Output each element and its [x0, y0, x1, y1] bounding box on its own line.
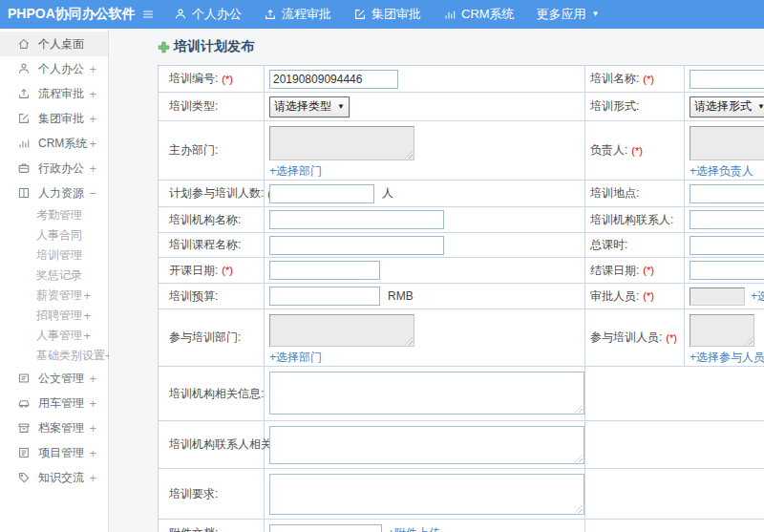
sidebar-item-salary-mgmt[interactable]: 薪资管理+ [0, 286, 108, 306]
join-person-box[interactable] [690, 314, 754, 347]
join-dept-box[interactable] [269, 314, 414, 347]
training-place-input[interactable] [690, 184, 764, 203]
field-cell [685, 258, 764, 283]
expand-plus-icon[interactable]: + [89, 112, 100, 126]
expand-plus-icon[interactable]: + [89, 421, 100, 436]
field-suffix: 人 [382, 185, 393, 202]
nav-item-label: CRM系统 [461, 6, 515, 23]
start-date-input[interactable] [269, 261, 380, 280]
expand-plus-icon[interactable]: + [89, 372, 100, 386]
label-cell: 培训地点: [585, 181, 685, 206]
hamburger-icon[interactable] [141, 8, 155, 21]
training-name-input[interactable] [690, 70, 764, 89]
sidebar-item-personal-desktop[interactable]: 个人桌面 [0, 32, 108, 56]
sidebar-item-reward-punish-record[interactable]: 奖惩记录 [0, 266, 108, 286]
field-cell [685, 233, 764, 257]
expand-plus-icon[interactable]: + [83, 288, 100, 303]
collapse-minus-icon[interactable]: − [89, 186, 100, 201]
form-row: 培训要求: [159, 469, 764, 520]
sidebar-item-hr-contract[interactable]: 人事合同 [0, 225, 108, 245]
select-host-dept-link[interactable]: +选择部门 [269, 163, 322, 180]
expand-plus-icon[interactable]: + [83, 309, 100, 323]
empty-cell [585, 367, 764, 420]
sidebar-item-base-category-setting[interactable]: 基础类别设置+ [0, 346, 108, 366]
sidebar-item-personnel-mgmt[interactable]: 人事管理+ [0, 326, 108, 346]
user-icon [17, 62, 31, 75]
sidebar: 个人桌面个人办公+流程审批+集团审批+CRM系统+行政办公+人力资源−考勤管理人… [0, 29, 109, 532]
field-cell: +选择负责人 [685, 121, 764, 180]
participant-count-input[interactable] [269, 184, 374, 203]
sidebar-item-document-mgmt[interactable]: 公文管理+ [0, 366, 108, 391]
label-cell: 开课日期:(*) [159, 258, 265, 283]
select-approver-link[interactable]: +选择审批人员 [751, 288, 764, 305]
total-hours-input[interactable] [690, 236, 764, 255]
sidebar-item-admin-office[interactable]: 行政办公+ [0, 156, 108, 181]
field-label: 附件文档: [169, 525, 218, 532]
expand-plus-icon[interactable]: + [83, 329, 100, 343]
home-icon [17, 37, 31, 51]
expand-plus-icon[interactable]: + [89, 446, 100, 460]
approver-box[interactable] [690, 287, 745, 306]
expand-plus-icon[interactable]: + [89, 161, 100, 176]
leader-box[interactable] [690, 126, 764, 160]
sidebar-item-human-resources[interactable]: 人力资源− [0, 181, 108, 205]
field-label: 培训名称: [590, 71, 639, 87]
training-type-select[interactable]: 请选择类型▼ [269, 96, 350, 117]
attachment-upload-link[interactable]: +附件上传 [388, 525, 440, 532]
field-label: 总课时: [590, 237, 627, 253]
training-form-select[interactable]: 请选择形式▼ [690, 96, 764, 117]
org-name-input[interactable] [269, 210, 444, 229]
tag-icon [17, 471, 31, 484]
field-cell [265, 469, 585, 519]
field-cell [265, 421, 585, 468]
sidebar-item-label: 档案管理 [38, 420, 84, 436]
sidebar-item-label: 人力资源 [38, 185, 84, 202]
sidebar-item-attendance-mgmt[interactable]: 考勤管理 [0, 205, 108, 225]
empty-cell [585, 520, 764, 532]
top-nav: 个人办公流程审批集团审批CRM系统更多应用▼ [174, 6, 622, 23]
field-cell [265, 367, 585, 420]
field-cell [265, 233, 585, 257]
sidebar-item-training-mgmt[interactable]: 培训管理 [0, 245, 108, 266]
expand-plus-icon[interactable]: + [89, 62, 100, 76]
sidebar-item-knowledge-exchange[interactable]: 知识交流+ [0, 465, 108, 490]
selected-option: 请选择类型 [274, 98, 331, 115]
nav-item-personal-office[interactable]: 个人办公 [174, 6, 242, 23]
course-name-input[interactable] [269, 236, 444, 255]
org-contact-info-textarea[interactable] [269, 426, 584, 464]
field-cell: +选择审批人员 [685, 284, 764, 309]
sidebar-item-project-mgmt[interactable]: 项目管理+ [0, 440, 108, 465]
end-date-input[interactable] [690, 261, 764, 280]
expand-plus-icon[interactable]: + [89, 471, 100, 485]
field-label: 主办部门: [169, 142, 218, 159]
sidebar-item-label: 奖惩记录 [36, 267, 82, 284]
upload-icon [264, 8, 277, 21]
sidebar-item-personal-office[interactable]: 个人办公+ [0, 56, 108, 81]
nav-item-group-approval[interactable]: 集团审批 [353, 6, 421, 23]
expand-plus-icon[interactable]: + [89, 137, 100, 151]
form-row: 培训预算:RMB审批人员:(*)+选择审批人员 [159, 284, 764, 309]
select-join-person-link[interactable]: +选择参与人员 [690, 350, 764, 366]
sidebar-item-group-approval[interactable]: 集团审批+ [0, 106, 108, 131]
select-join-dept-link[interactable]: +选择部门 [269, 350, 322, 366]
sidebar-item-archive-mgmt[interactable]: 档案管理+ [0, 415, 108, 440]
label-cell: 培训形式: [585, 93, 685, 120]
nav-item-crm-system[interactable]: CRM系统 [443, 6, 515, 23]
training-no-input[interactable] [269, 70, 398, 89]
attachment-input[interactable] [269, 524, 382, 532]
sidebar-item-vehicle-mgmt[interactable]: 用车管理+ [0, 391, 108, 415]
sidebar-item-crm-system[interactable]: CRM系统+ [0, 131, 108, 156]
expand-plus-icon[interactable]: + [89, 396, 100, 411]
select-leader-link[interactable]: +选择负责人 [690, 163, 753, 180]
nav-item-more-apps[interactable]: 更多应用▼ [537, 6, 600, 23]
expand-plus-icon[interactable]: + [89, 87, 100, 101]
sidebar-item-recruit-mgmt[interactable]: 招聘管理+ [0, 306, 108, 326]
sidebar-item-workflow-approval[interactable]: 流程审批+ [0, 81, 108, 106]
budget-input[interactable] [269, 287, 380, 306]
org-info-textarea[interactable] [269, 372, 584, 415]
label-cell: 参与培训人员:(*) [585, 309, 685, 366]
org-contact-input[interactable] [690, 210, 764, 229]
training-require-textarea[interactable] [269, 474, 584, 515]
nav-item-workflow-approval[interactable]: 流程审批 [264, 6, 331, 23]
host-dept-box[interactable] [269, 126, 414, 160]
